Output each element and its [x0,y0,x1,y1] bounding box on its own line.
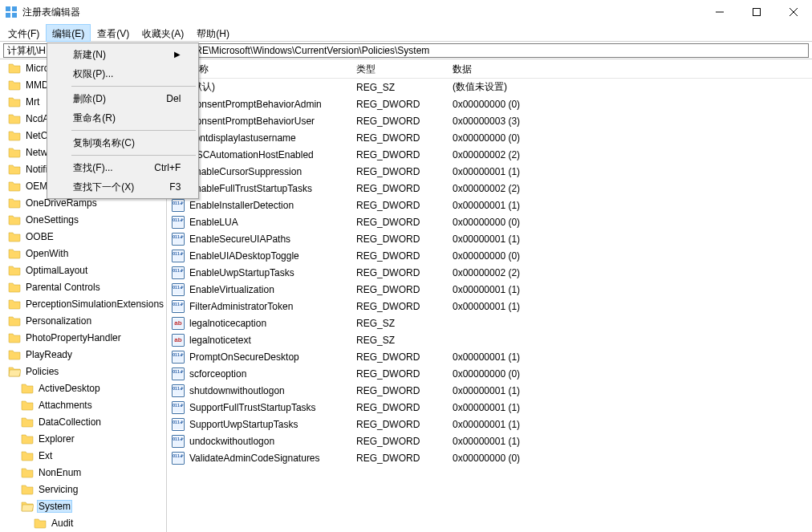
menu-dropdown-item-0[interactable]: 新建(N)▶ [49,45,197,64]
tree-node[interactable]: OpenWith [0,245,167,262]
list-row[interactable]: EnableUIADesktopToggleREG_DWORD0x0000000… [167,247,812,264]
menu-dropdown-label: 查找下一个(X) [73,180,134,194]
list-row[interactable]: legalnoticecaptionREG_SZ [167,315,812,331]
dword-value-icon [172,401,185,414]
tree-node-label: Explorer [37,433,76,445]
col-header-data[interactable]: 数据 [448,59,812,78]
folder-icon [8,298,21,311]
list-row[interactable]: EnableFullTrustStartupTasksREG_DWORD0x00… [167,180,812,197]
tree-node[interactable]: Explorer [0,430,167,447]
menu-dropdown-label: 查找(F)... [73,160,112,175]
tree-node[interactable]: Parental Controls [0,278,167,295]
dword-value-icon [172,199,185,212]
folder-icon [8,315,21,327]
tree-node[interactable]: OOBE [0,228,167,245]
close-button[interactable] [775,0,812,24]
value-name: DSCAutomationHostEnabled [189,149,314,160]
value-data: 0x00000002 (2) [448,149,812,160]
list-row[interactable]: EnableCursorSuppressionREG_DWORD0x000000… [167,163,812,180]
list-row[interactable]: PromptOnSecureDesktopREG_DWORD0x00000001… [167,348,812,365]
tree-node[interactable]: Attachments [0,396,167,413]
value-type: REG_SZ [351,318,448,329]
list-row[interactable]: ConsentPromptBehaviorAdminREG_DWORD0x000… [167,95,812,112]
folder-icon [8,281,21,294]
value-name: ValidateAdminCodeSignatures [189,453,320,464]
value-name: ConsentPromptBehaviorUser [189,116,315,127]
list-row[interactable]: ValidateAdminCodeSignaturesREG_DWORD0x00… [167,449,812,466]
value-data: 0x00000001 (1) [448,284,812,295]
tree-node[interactable]: OneSettings [0,211,167,228]
folder-icon [8,247,21,260]
list-row[interactable]: DSCAutomationHostEnabledREG_DWORD0x00000… [167,146,812,163]
list-row[interactable]: EnableLUAREG_DWORD0x00000000 (0) [167,213,812,230]
menu-dropdown-item-1[interactable]: 权限(P)... [49,64,197,83]
list-row[interactable]: dontdisplaylastusernameREG_DWORD0x000000… [167,129,812,146]
menu-dropdown-item-8[interactable]: 查找(F)...Ctrl+F [49,158,197,177]
value-name: scforceoption [189,368,246,380]
menu-separator [71,130,196,131]
tree-node-label: NonEnum [37,466,83,479]
tree-node[interactable]: ActiveDesktop [0,380,167,396]
value-type: REG_DWORD [351,453,448,464]
tree-node-label: OneSettings [24,213,80,226]
menu-item-4[interactable]: 帮助(H) [190,24,236,42]
col-header-type[interactable]: 类型 [351,59,448,78]
menu-dropdown-item-3[interactable]: 删除(D)Del [49,89,197,108]
value-type: REG_DWORD [351,385,448,396]
menu-item-1[interactable]: 编辑(E)新建(N)▶权限(P)...删除(D)Del重命名(R)复制项名称(C… [46,24,91,42]
tree-node[interactable]: NonEnum [0,464,167,481]
folder-icon [21,399,34,412]
menu-dropdown-label: 新建(N) [73,47,106,62]
value-name: undockwithoutlogon [189,436,274,447]
menu-dropdown-item-9[interactable]: 查找下一个(X)F3 [49,177,197,197]
menu-dropdown: 新建(N)▶权限(P)...删除(D)Del重命名(R)复制项名称(C)查找(F… [47,43,199,199]
value-data: 0x00000000 (0) [448,453,812,464]
list-row[interactable]: EnableVirtualizationREG_DWORD0x00000001 … [167,281,812,298]
tree-node[interactable]: OptimalLayout [0,262,167,278]
list-row[interactable]: EnableUwpStartupTasksREG_DWORD0x00000002… [167,264,812,281]
folder-icon [8,180,21,193]
tree-node[interactable]: System [0,497,167,514]
list-row[interactable]: SupportUwpStartupTasksREG_DWORD0x0000000… [167,416,812,433]
tree-node[interactable]: PerceptionSimulationExtensions [0,295,167,312]
menu-item-3[interactable]: 收藏夹(A) [136,24,190,42]
tree-node[interactable]: Ext [0,447,167,464]
tree-node[interactable]: Personalization [0,312,167,329]
value-type: REG_DWORD [351,402,448,413]
value-type: REG_DWORD [351,419,448,430]
value-name: EnableFullTrustStartupTasks [189,183,312,194]
tree-node-label: PerceptionSimulationExtensions [24,298,165,311]
tree-node-label: DataCollection [37,416,103,428]
list-row[interactable]: SupportFullTrustStartupTasksREG_DWORD0x0… [167,399,812,416]
list-row[interactable]: shutdownwithoutlogonREG_DWORD0x00000001 … [167,382,812,399]
tree-node[interactable]: Servicing [0,481,167,497]
list-pane[interactable]: 名称 类型 数据 (默认)REG_SZ(数值未设置)ConsentPromptB… [167,59,812,532]
menu-dropdown-item-6[interactable]: 复制项名称(C) [49,133,197,152]
value-data: 0x00000000 (0) [448,99,812,110]
tree-node[interactable]: DataCollection [0,413,167,430]
tree-node-label: PhotoPropertyHandler [24,331,123,344]
maximize-button[interactable] [738,0,775,24]
value-data: 0x00000000 (0) [448,217,812,228]
value-name: PromptOnSecureDesktop [189,351,299,363]
dword-value-icon [172,283,185,296]
folder-icon [21,449,34,462]
tree-node[interactable]: PlayReady [0,346,167,363]
list-row[interactable]: EnableSecureUIAPathsREG_DWORD0x00000001 … [167,230,812,247]
list-row[interactable]: scforceoptionREG_DWORD0x00000000 (0) [167,365,812,382]
menu-item-0[interactable]: 文件(F) [2,24,46,42]
tree-node[interactable]: PhotoPropertyHandler [0,329,167,346]
tree-node[interactable]: Audit [0,514,167,531]
menu-item-2[interactable]: 查看(V) [91,24,136,42]
value-data: 0x00000002 (2) [448,183,812,194]
tree-node[interactable]: Policies [0,363,167,380]
list-row[interactable]: undockwithoutlogonREG_DWORD0x00000001 (1… [167,433,812,449]
list-row[interactable]: (默认)REG_SZ(数值未设置) [167,79,812,95]
menu-dropdown-item-4[interactable]: 重命名(R) [49,108,197,128]
list-row[interactable]: legalnoticetextREG_SZ [167,331,812,348]
value-data: 0x00000001 (1) [448,402,812,413]
minimize-button[interactable] [701,0,738,24]
list-row[interactable]: ConsentPromptBehaviorUserREG_DWORD0x0000… [167,112,812,129]
list-row[interactable]: EnableInstallerDetectionREG_DWORD0x00000… [167,197,812,213]
list-row[interactable]: FilterAdministratorTokenREG_DWORD0x00000… [167,298,812,315]
